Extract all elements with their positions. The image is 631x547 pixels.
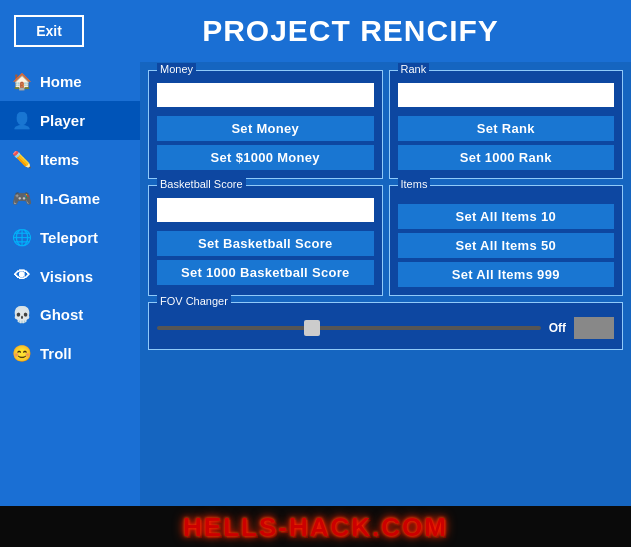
row-basketball-items: Basketball Score Set Basketball Score Se… (148, 185, 623, 296)
sidebar-item-teleport[interactable]: 🌐 Teleport (0, 218, 140, 257)
fov-row: Off (157, 317, 614, 339)
fov-value-box (574, 317, 614, 339)
sidebar-item-home[interactable]: 🏠 Home (0, 62, 140, 101)
sidebar-label-troll: Troll (40, 345, 72, 362)
main-layout: 🏠 Home 👤 Player ✏️ Items 🎮 In-Game 🌐 Tel… (0, 62, 631, 506)
ghost-icon: 💀 (12, 305, 32, 324)
sidebar-item-ghost[interactable]: 💀 Ghost (0, 295, 140, 334)
sidebar-label-teleport: Teleport (40, 229, 98, 246)
troll-icon: 😊 (12, 344, 32, 363)
set-1000-rank-button[interactable]: Set 1000 Rank (398, 145, 615, 170)
set-all-items-999-button[interactable]: Set All Items 999 (398, 262, 615, 287)
content-area: Money Set Money Set $1000 Money Rank Set… (140, 62, 631, 506)
sidebar-label-ingame: In-Game (40, 190, 100, 207)
basketball-panel-label: Basketball Score (157, 178, 246, 190)
rank-input[interactable] (398, 83, 615, 107)
set-all-items-10-button[interactable]: Set All Items 10 (398, 204, 615, 229)
sidebar-label-ghost: Ghost (40, 306, 83, 323)
sidebar-item-troll[interactable]: 😊 Troll (0, 334, 140, 373)
fov-panel: FOV Changer Off (148, 302, 623, 350)
money-panel-label: Money (157, 63, 196, 75)
ingame-icon: 🎮 (12, 189, 32, 208)
home-icon: 🏠 (12, 72, 32, 91)
sidebar-item-items[interactable]: ✏️ Items (0, 140, 140, 179)
teleport-icon: 🌐 (12, 228, 32, 247)
sidebar-label-player: Player (40, 112, 85, 129)
money-panel: Money Set Money Set $1000 Money (148, 70, 383, 179)
money-input[interactable] (157, 83, 374, 107)
items-icon: ✏️ (12, 150, 32, 169)
items-panel: Items Set All Items 10 Set All Items 50 … (389, 185, 624, 296)
exit-button[interactable]: Exit (14, 15, 84, 47)
footer-text: HELLS-HACK.COM (0, 512, 631, 543)
fov-slider[interactable] (157, 326, 541, 330)
basketball-input[interactable] (157, 198, 374, 222)
sidebar-label-home: Home (40, 73, 82, 90)
player-icon: 👤 (12, 111, 32, 130)
sidebar-item-player[interactable]: 👤 Player (0, 101, 140, 140)
sidebar-item-ingame[interactable]: 🎮 In-Game (0, 179, 140, 218)
fov-off-label: Off (549, 321, 566, 335)
sidebar-item-visions[interactable]: 👁 Visions (0, 257, 140, 295)
set-rank-button[interactable]: Set Rank (398, 116, 615, 141)
visions-icon: 👁 (12, 267, 32, 285)
items-panel-label: Items (398, 178, 431, 190)
set-basketball-score-button[interactable]: Set Basketball Score (157, 231, 374, 256)
sidebar-label-visions: Visions (40, 268, 93, 285)
footer-banner: HELLS-HACK.COM (0, 506, 631, 547)
sidebar: 🏠 Home 👤 Player ✏️ Items 🎮 In-Game 🌐 Tel… (0, 62, 140, 506)
rank-panel-label: Rank (398, 63, 430, 75)
sidebar-label-items: Items (40, 151, 79, 168)
set-all-items-50-button[interactable]: Set All Items 50 (398, 233, 615, 258)
set-money-button[interactable]: Set Money (157, 116, 374, 141)
set-1000-basketball-button[interactable]: Set 1000 Basketball Score (157, 260, 374, 285)
set-1000-money-button[interactable]: Set $1000 Money (157, 145, 374, 170)
app-title: PROJECT RENCIFY (84, 14, 617, 48)
header: Exit PROJECT RENCIFY (0, 0, 631, 62)
basketball-panel: Basketball Score Set Basketball Score Se… (148, 185, 383, 296)
fov-panel-label: FOV Changer (157, 295, 231, 307)
row-money-rank: Money Set Money Set $1000 Money Rank Set… (148, 70, 623, 179)
rank-panel: Rank Set Rank Set 1000 Rank (389, 70, 624, 179)
